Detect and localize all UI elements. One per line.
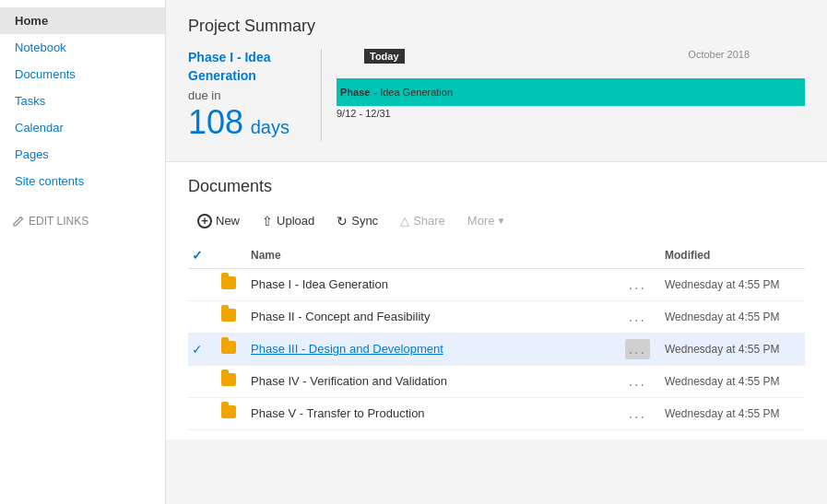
project-summary-section: Project Summary Phase I - Idea Generatio… [166, 0, 827, 152]
modified-text: Wednesday at 4:55 PM [665, 375, 780, 388]
summary-body: Phase I - Idea Generation due in 108 day… [188, 49, 805, 141]
project-summary-title: Project Summary [188, 17, 805, 36]
row-more-button[interactable]: ... [625, 404, 650, 424]
checkmark-icon: ✓ [192, 342, 203, 357]
upload-button[interactable]: ⇧ Upload [253, 209, 324, 233]
modified-cell: Wednesday at 4:55 PM [657, 300, 805, 333]
due-in-label: due in [188, 88, 306, 102]
sync-icon: ↻ [337, 214, 348, 229]
modified-text: Wednesday at 4:55 PM [665, 311, 780, 323]
table-row: Phase I - Idea Generation...Wednesday at… [188, 268, 805, 300]
edit-links-button[interactable]: EDIT LINKS [0, 209, 165, 233]
name-header: Name [243, 244, 618, 269]
folder-icon-cell [214, 268, 243, 300]
sidebar-item-home[interactable]: Home [0, 7, 165, 34]
row-check[interactable] [188, 268, 214, 300]
doc-name-label: Phase II - Concept and Feasibility [251, 310, 430, 323]
doc-name-label: Phase I - Idea Generation [251, 277, 388, 291]
doc-name-label: Phase V - Transfer to Production [251, 406, 425, 420]
month-label: October 2018 [688, 49, 750, 60]
sidebar-item-notebook[interactable]: Notebook [0, 34, 165, 61]
sidebar: Home Notebook Documents Tasks Calendar P… [0, 0, 166, 504]
folder-icon-cell [214, 365, 243, 397]
days-count: 108 [188, 103, 243, 141]
table-header-row: ✓ Name Modified [188, 244, 805, 269]
sidebar-item-site-contents[interactable]: Site contents [0, 168, 165, 194]
days-display: 108 days [188, 104, 306, 141]
dots-header [618, 244, 657, 269]
gantt-bar-phase: Phase [340, 87, 370, 98]
modified-cell: Wednesday at 4:55 PM [657, 365, 805, 397]
row-more-button[interactable]: ... [625, 307, 650, 327]
folder-icon-cell [214, 333, 243, 365]
table-row: Phase II - Concept and Feasibility...Wed… [188, 300, 805, 333]
main-content: Project Summary Phase I - Idea Generatio… [166, 0, 827, 504]
doc-name-cell[interactable]: Phase III - Design and Development [243, 333, 618, 365]
days-label: days [251, 117, 289, 137]
modified-text: Wednesday at 4:55 PM [665, 407, 780, 420]
row-more-button[interactable]: ... [625, 275, 650, 295]
row-check[interactable] [188, 397, 214, 429]
row-check[interactable]: ✓ [188, 333, 214, 365]
row-more-button[interactable]: ... [625, 339, 650, 359]
doc-name-cell[interactable]: Phase I - Idea Generation [243, 268, 618, 300]
chevron-down-icon: ▼ [496, 216, 505, 226]
doc-name-cell[interactable]: Phase V - Transfer to Production [243, 397, 618, 429]
more-button[interactable]: More ▼ [458, 209, 515, 232]
pencil-icon [13, 216, 24, 227]
phase-title: Phase I - Idea Generation [188, 49, 306, 85]
documents-toolbar: + New ⇧ Upload ↻ Sync △ Share More ▼ [188, 209, 805, 233]
modified-text: Wednesday at 4:55 PM [665, 343, 780, 356]
gantt-bar-dates: 9/12 - 12/31 [337, 108, 391, 119]
modified-cell: Wednesday at 4:55 PM [657, 333, 805, 365]
checkbox-icon: ✓ [192, 248, 203, 263]
check-header: ✓ [188, 244, 214, 269]
icon-header [214, 244, 243, 269]
row-actions-cell: ... [618, 300, 657, 333]
row-check[interactable] [188, 365, 214, 397]
folder-icon [221, 341, 236, 354]
upload-icon: ⇧ [262, 214, 273, 229]
doc-name-label: Phase III - Design and Development [251, 342, 443, 356]
summary-left: Phase I - Idea Generation due in 108 day… [188, 49, 322, 141]
doc-name-cell[interactable]: Phase II - Concept and Feasibility [243, 300, 618, 333]
folder-icon-cell [214, 397, 243, 429]
modified-header: Modified [657, 244, 805, 269]
table-row: Phase V - Transfer to Production...Wedne… [188, 397, 805, 429]
row-actions-cell: ... [618, 397, 657, 429]
modified-cell: Wednesday at 4:55 PM [657, 268, 805, 300]
share-button[interactable]: △ Share [391, 209, 455, 232]
sidebar-item-documents[interactable]: Documents [0, 61, 165, 88]
folder-icon [221, 309, 236, 322]
sidebar-item-pages[interactable]: Pages [0, 141, 165, 168]
row-actions-cell: ... [618, 268, 657, 300]
row-check[interactable] [188, 300, 214, 333]
gantt-chart: Today October 2018 Phase - Idea Generati… [322, 49, 805, 141]
folder-icon [221, 405, 236, 418]
row-actions-cell: ... [618, 365, 657, 397]
sidebar-item-tasks[interactable]: Tasks [0, 88, 165, 114]
gantt-bar[interactable]: Phase - Idea Generation [337, 78, 805, 106]
share-icon: △ [400, 214, 409, 228]
folder-icon-cell [214, 300, 243, 333]
table-row: Phase IV - Verification and Validation..… [188, 365, 805, 397]
row-more-button[interactable]: ... [625, 371, 650, 392]
documents-title: Documents [188, 177, 805, 196]
document-list: Phase I - Idea Generation...Wednesday at… [188, 268, 805, 429]
doc-name-cell[interactable]: Phase IV - Verification and Validation [243, 365, 618, 397]
modified-text: Wednesday at 4:55 PM [665, 278, 780, 291]
doc-name-label: Phase IV - Verification and Validation [251, 374, 447, 388]
sidebar-item-calendar[interactable]: Calendar [0, 114, 165, 141]
folder-icon [221, 373, 236, 386]
gantt-bar-text: - Idea Generation [373, 87, 453, 98]
row-actions-cell: ... [618, 333, 657, 365]
today-marker: Today [364, 49, 405, 64]
documents-section: Documents + New ⇧ Upload ↻ Sync △ Share … [166, 161, 827, 440]
table-row: ✓Phase III - Design and Development...We… [188, 333, 805, 365]
documents-table: ✓ Name Modified Phase I - Idea Generatio… [188, 244, 805, 430]
modified-cell: Wednesday at 4:55 PM [657, 397, 805, 429]
sync-button[interactable]: ↻ Sync [327, 209, 387, 233]
gantt-container: Today October 2018 Phase - Idea Generati… [337, 49, 805, 132]
new-button[interactable]: + New [188, 209, 249, 233]
plus-icon: + [197, 214, 212, 229]
